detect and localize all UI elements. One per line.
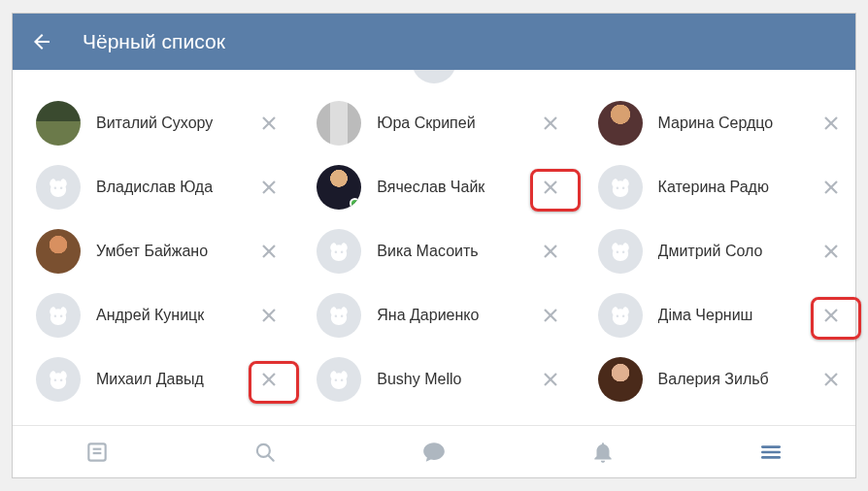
nav-search[interactable] <box>182 426 351 477</box>
list-item[interactable]: Михаил Давыд <box>13 347 293 411</box>
remove-button[interactable] <box>252 363 285 396</box>
list-item[interactable]: Вячеслав Чайк <box>293 155 574 219</box>
remove-button[interactable] <box>815 363 848 396</box>
avatar <box>36 165 81 210</box>
close-icon <box>261 244 277 259</box>
close-icon <box>823 115 839 131</box>
close-icon <box>261 180 277 195</box>
search-icon <box>252 440 278 465</box>
remove-button[interactable] <box>252 171 285 204</box>
remove-button[interactable] <box>815 235 848 268</box>
user-name: Марина Сердцо <box>658 115 815 132</box>
avatar <box>412 70 456 83</box>
close-icon <box>823 372 839 387</box>
arrow-left-icon <box>30 30 53 53</box>
user-name: Дмитрий Соло <box>658 243 815 260</box>
avatar <box>598 229 643 274</box>
close-icon <box>823 180 839 195</box>
avatar <box>598 101 643 146</box>
close-icon <box>543 180 558 195</box>
nav-notifications[interactable] <box>518 426 687 477</box>
header-bar: Чёрный список <box>13 14 855 70</box>
avatar <box>598 165 643 210</box>
list-item[interactable]: Катерина Радю <box>575 155 855 219</box>
remove-button[interactable] <box>815 107 848 140</box>
list-item[interactable]: Вика Масоить <box>293 219 574 283</box>
list-item[interactable]: Умбет Байжано <box>13 219 293 283</box>
list-item[interactable]: Bushy Mello <box>293 347 574 411</box>
user-name: Умбет Байжано <box>96 243 252 260</box>
remove-button[interactable] <box>252 235 285 268</box>
list-item[interactable]: Андрей Куницк <box>13 283 293 347</box>
list-item[interactable]: Діма Черниш <box>575 283 855 347</box>
avatar <box>36 229 81 274</box>
user-name: Діма Черниш <box>658 307 815 324</box>
close-icon <box>543 308 558 323</box>
close-icon <box>543 372 558 387</box>
close-icon <box>823 244 839 259</box>
user-name: Bushy Mello <box>377 371 533 388</box>
avatar <box>36 293 81 338</box>
user-name: Юра Скрипей <box>377 115 533 132</box>
list-item[interactable]: Владислав Юда <box>13 155 293 219</box>
user-name: Михаил Давыд <box>96 371 252 388</box>
nav-messages[interactable] <box>350 426 518 477</box>
avatar <box>317 293 361 338</box>
list-item[interactable]: Яна Дариенко <box>293 283 574 347</box>
list-item[interactable]: Виталий Сухору <box>13 91 293 155</box>
page-title: Чёрный список <box>83 30 225 53</box>
back-button[interactable] <box>30 30 53 53</box>
bottom-nav <box>13 425 855 477</box>
avatar <box>317 229 361 274</box>
close-icon <box>823 308 839 323</box>
menu-icon <box>758 440 784 465</box>
avatar <box>598 293 643 338</box>
bell-icon <box>590 440 616 465</box>
remove-button[interactable] <box>534 235 567 268</box>
user-name: Андрей Куницк <box>96 307 252 324</box>
nav-news[interactable] <box>13 426 182 477</box>
partial-previous-row <box>13 70 855 87</box>
close-icon <box>261 115 277 131</box>
user-name: Вячеслав Чайк <box>377 179 533 196</box>
close-icon <box>261 308 277 323</box>
remove-button[interactable] <box>534 299 567 332</box>
list-item[interactable]: Валерия Зильб <box>575 347 855 411</box>
remove-button[interactable] <box>252 299 285 332</box>
user-name: Катерина Радю <box>658 179 815 196</box>
user-name: Валерия Зильб <box>658 371 815 388</box>
list-item[interactable]: Марина Сердцо <box>575 91 855 155</box>
avatar <box>317 357 361 402</box>
close-icon <box>543 115 558 131</box>
remove-button[interactable] <box>534 363 567 396</box>
app-frame: Чёрный список Виталий СухоруЮра СкрипейМ… <box>12 13 856 478</box>
online-indicator <box>350 198 360 209</box>
avatar <box>317 101 361 146</box>
remove-button[interactable] <box>534 107 567 140</box>
user-name: Вика Масоить <box>377 243 533 260</box>
list-item[interactable]: Дмитрий Соло <box>575 219 855 283</box>
close-icon <box>261 372 277 387</box>
remove-button[interactable] <box>815 171 848 204</box>
user-name: Яна Дариенко <box>377 307 533 324</box>
remove-button[interactable] <box>252 107 285 140</box>
avatar <box>317 165 361 210</box>
user-name: Виталий Сухору <box>96 115 252 132</box>
user-name: Владислав Юда <box>96 179 252 196</box>
messages-icon <box>421 440 447 465</box>
remove-button[interactable] <box>815 299 848 332</box>
list-item[interactable]: Юра Скрипей <box>293 91 574 155</box>
newsfeed-icon <box>84 440 110 465</box>
avatar <box>36 357 81 402</box>
avatar <box>36 101 81 146</box>
svg-line-52 <box>269 455 274 460</box>
blacklist: Виталий СухоруЮра СкрипейМарина СердцоВл… <box>13 87 855 425</box>
remove-button[interactable] <box>534 171 567 204</box>
close-icon <box>543 244 558 259</box>
nav-menu[interactable] <box>686 426 855 477</box>
avatar <box>598 357 643 402</box>
